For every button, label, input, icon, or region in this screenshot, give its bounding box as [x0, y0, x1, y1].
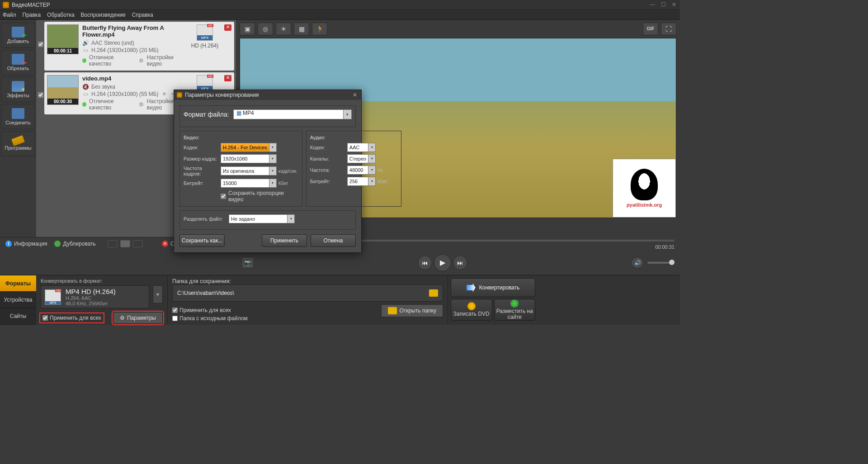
- abitrate-select[interactable]: 256: [347, 177, 368, 186]
- vbitrate-dropdown[interactable]: ▾: [269, 179, 277, 188]
- file-format-value: MP4: [243, 110, 254, 116]
- gif-button[interactable]: GIF: [643, 23, 658, 35]
- keep-aspect-checkbox[interactable]: [221, 194, 226, 199]
- file-format-label: HD (H.264): [189, 43, 221, 49]
- video-icon: ▭: [82, 47, 89, 53]
- source-folder-row[interactable]: Папка с исходным файлом: [172, 315, 248, 322]
- format-detail2: 48,0 KHz, 256Кбит: [66, 301, 116, 306]
- file-settings-link[interactable]: Настройки видео: [147, 54, 185, 67]
- effects-button[interactable]: ▦: [294, 23, 309, 35]
- format-dropdown-button[interactable]: ▾: [153, 285, 163, 303]
- file-remove-button[interactable]: ✕: [224, 24, 231, 31]
- dialog-titlebar[interactable]: Параметры конвертирования ✕: [174, 90, 361, 100]
- browse-folder-button[interactable]: [429, 289, 438, 297]
- crop-button[interactable]: ▣: [240, 23, 255, 35]
- view-list-button[interactable]: [108, 240, 118, 247]
- menu-help[interactable]: Справка: [132, 12, 153, 18]
- format-selector[interactable]: HD MP4 HD (H.264) H.264, AAC 48,0 KHz, 2…: [41, 285, 149, 308]
- source-folder-label: Папка с исходным файлом: [179, 315, 248, 322]
- enhance-button[interactable]: ◎: [258, 23, 273, 35]
- menubar: Файл Правка Обработка Воспроизведение Сп…: [0, 10, 680, 20]
- vcodec-select[interactable]: H.264 - For Devices: [221, 143, 269, 152]
- file-item[interactable]: 00:00:11 Butterfly Flying Away From A Fl…: [44, 22, 234, 71]
- freq-dropdown[interactable]: ▾: [368, 166, 376, 175]
- menu-file[interactable]: Файл: [3, 12, 16, 18]
- duplicate-icon: [54, 241, 61, 247]
- close-button[interactable]: ✕: [671, 2, 677, 8]
- tab-devices[interactable]: Устройства: [0, 292, 36, 308]
- play-button[interactable]: ▶: [434, 254, 451, 271]
- acodec-select[interactable]: AAC: [347, 143, 368, 152]
- apply-button[interactable]: Применить: [262, 234, 307, 247]
- source-folder-checkbox[interactable]: [172, 316, 178, 321]
- file-checkbox[interactable]: [38, 42, 43, 47]
- minimize-button[interactable]: —: [649, 2, 656, 8]
- vbitrate-select[interactable]: 15000: [221, 179, 269, 188]
- fullscreen-button[interactable]: ⛶: [661, 23, 676, 35]
- sidebar-join[interactable]: Соединить: [1, 104, 35, 129]
- file-format-label: Формат файла:: [184, 111, 233, 118]
- audio-header: Аудио:: [310, 135, 397, 140]
- freq-select[interactable]: 48000: [347, 166, 368, 175]
- view-detail-button[interactable]: [120, 240, 130, 247]
- file-format-dropdown[interactable]: ▾: [344, 109, 352, 119]
- params-button[interactable]: ⚙Параметры: [113, 312, 163, 324]
- sidebar-programs[interactable]: Программы: [1, 131, 35, 156]
- next-button[interactable]: ⏭: [453, 256, 467, 270]
- bottom-panel: Форматы Устройства Сайты Конвертировать …: [0, 275, 680, 325]
- save-apply-all-checkbox[interactable]: [172, 308, 178, 313]
- mp4-icon: HD: [197, 75, 213, 91]
- menu-process[interactable]: Обработка: [47, 12, 75, 18]
- convert-button[interactable]: Конвертировать: [451, 278, 535, 297]
- menu-edit[interactable]: Правка: [23, 12, 41, 18]
- split-dropdown[interactable]: ▾: [288, 214, 295, 223]
- keep-aspect-label: Сохранять пропорции видео: [228, 190, 298, 203]
- apply-all-checkbox-row[interactable]: Применить для всех: [41, 314, 103, 322]
- save-apply-all-row[interactable]: Применить для всех: [172, 307, 248, 313]
- cancel-button[interactable]: Отмена: [311, 234, 356, 247]
- format-tabs: Форматы Устройства Сайты: [0, 275, 36, 325]
- file-audio: AAC Stereo (und): [91, 40, 134, 46]
- apply-all-label: Применить для всех: [50, 315, 101, 321]
- channels-dropdown[interactable]: ▾: [368, 154, 376, 163]
- file-remove-button[interactable]: ✕: [224, 75, 231, 81]
- file-format-select[interactable]: ▦ MP4: [233, 109, 344, 119]
- acodec-dropdown[interactable]: ▾: [368, 143, 376, 152]
- tab-sites[interactable]: Сайты: [0, 308, 36, 325]
- framesize-label: Размер кадра:: [184, 156, 221, 161]
- fps-select[interactable]: Из оригинала: [221, 166, 269, 175]
- file-checkbox[interactable]: [38, 92, 43, 98]
- maximize-button[interactable]: ☐: [660, 2, 666, 8]
- sidebar-cut[interactable]: Обрезать: [1, 50, 35, 75]
- brightness-button[interactable]: ☀: [276, 23, 291, 35]
- channels-select[interactable]: Стерео: [347, 154, 368, 163]
- framesize-select[interactable]: 1920x1080: [221, 154, 269, 163]
- fps-dropdown[interactable]: ▾: [269, 166, 277, 175]
- sidebar-add[interactable]: Добавить: [1, 23, 35, 48]
- menu-playback[interactable]: Воспроизведение: [81, 12, 126, 18]
- snapshot-button[interactable]: 📷: [241, 257, 254, 269]
- save-as-button[interactable]: Сохранить как...: [179, 234, 225, 247]
- open-folder-button[interactable]: Открыть папку: [381, 304, 443, 317]
- speed-button[interactable]: 🏃: [312, 23, 327, 35]
- keep-aspect-row[interactable]: Сохранять пропорции видео: [221, 190, 298, 203]
- vcodec-label: Кодек:: [184, 145, 221, 150]
- apply-all-checkbox[interactable]: [42, 315, 48, 321]
- burn-dvd-button[interactable]: Записать DVD: [451, 299, 492, 321]
- view-grid-button[interactable]: [133, 240, 143, 247]
- info-button[interactable]: iИнформация: [5, 241, 47, 247]
- volume-slider[interactable]: [647, 262, 675, 264]
- duplicate-button[interactable]: Дублировать: [54, 241, 95, 247]
- publish-web-button[interactable]: Разместить на сайте: [494, 299, 536, 321]
- vcodec-dropdown[interactable]: ▾: [269, 143, 277, 152]
- sidebar-effects[interactable]: Эффекты: [1, 77, 35, 102]
- volume-button[interactable]: 🔊: [631, 257, 644, 269]
- prev-button[interactable]: ⏮: [418, 256, 432, 270]
- tab-formats[interactable]: Форматы: [0, 275, 36, 292]
- split-select[interactable]: Не задано: [229, 214, 288, 223]
- abitrate-dropdown[interactable]: ▾: [368, 177, 376, 186]
- preview-toolbar: ▣ ◎ ☀ ▦ 🏃 GIF ⛶: [240, 22, 676, 36]
- framesize-dropdown[interactable]: ▾: [269, 154, 277, 163]
- dialog-close-button[interactable]: ✕: [351, 92, 359, 98]
- save-path-box[interactable]: C:\Users\vaban\Videos\: [172, 284, 443, 302]
